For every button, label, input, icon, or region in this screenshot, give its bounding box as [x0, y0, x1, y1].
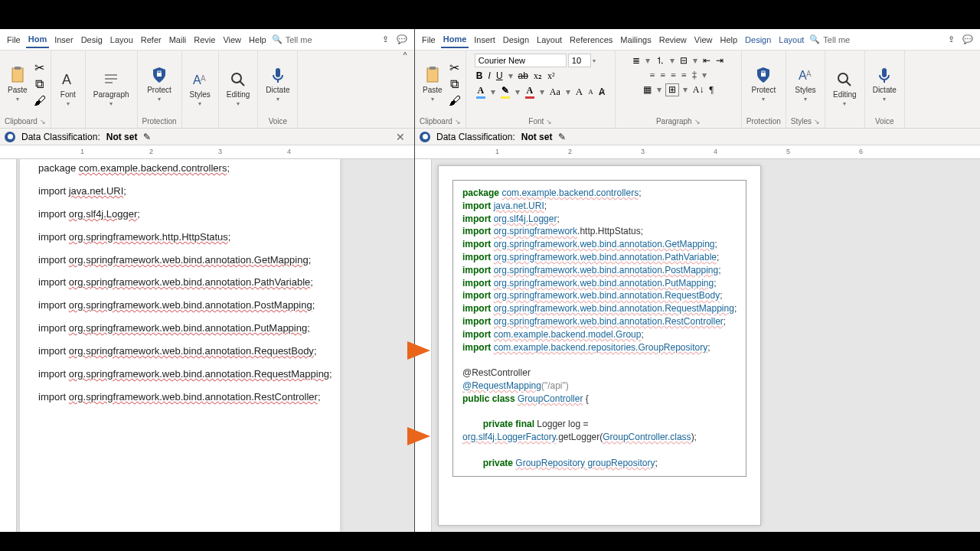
highlight-button[interactable]: ✎: [499, 85, 511, 99]
tab-mailings[interactable]: Maili: [167, 32, 189, 47]
horizontal-ruler-left[interactable]: 1234: [0, 145, 414, 159]
tab-help[interactable]: Help: [247, 32, 269, 47]
tab-layout[interactable]: Layou: [108, 32, 136, 47]
tab-file[interactable]: File: [420, 32, 438, 47]
tab-mailings[interactable]: Mailings: [618, 32, 653, 47]
copy-icon[interactable]: ⧉: [34, 78, 46, 90]
tab-references[interactable]: References: [567, 32, 615, 47]
paste-button[interactable]: Paste▾: [5, 64, 31, 104]
group-clipboard-label: Clipboard: [420, 117, 452, 126]
tab-references[interactable]: Refer: [139, 32, 164, 47]
justify-button[interactable]: ≡: [680, 70, 688, 81]
clipboard-launcher-icon[interactable]: ↘: [40, 118, 46, 126]
tell-me[interactable]: Tell me: [823, 35, 850, 44]
line-spacing-button[interactable]: ‡: [691, 70, 698, 81]
bold-button[interactable]: B: [475, 70, 485, 82]
tab-file[interactable]: File: [5, 32, 23, 47]
format-painter-icon[interactable]: 🖌: [449, 95, 461, 107]
font-launcher-icon[interactable]: ↘: [546, 118, 552, 126]
tell-me[interactable]: Tell me: [286, 35, 312, 44]
font-dropdown-icon[interactable]: ▾: [593, 57, 596, 64]
underline-button[interactable]: U: [495, 70, 505, 82]
numbering-button[interactable]: ⒈: [654, 54, 666, 67]
strikethrough-button[interactable]: ab: [517, 70, 530, 82]
vertical-ruler-left[interactable]: [0, 159, 17, 532]
protect-button[interactable]: Protect▾: [748, 64, 779, 104]
editing-button[interactable]: Editing▾: [224, 69, 253, 109]
group-protection-label: Protection: [746, 117, 781, 126]
multilevel-button[interactable]: ⊟: [678, 55, 689, 67]
copy-icon[interactable]: ⧉: [449, 78, 461, 90]
collapse-ribbon-icon[interactable]: ˄: [396, 51, 414, 128]
decrease-indent-button[interactable]: ⇤: [701, 55, 712, 67]
data-classification-bar-right: Data Classification: Not set ✎: [415, 129, 980, 145]
tab-review[interactable]: Review: [657, 32, 689, 47]
tab-review[interactable]: Revie: [191, 32, 217, 47]
clipboard-launcher-icon[interactable]: ↘: [455, 118, 461, 126]
cut-icon[interactable]: ✂: [449, 61, 461, 73]
share-icon[interactable]: ⇪: [946, 31, 957, 47]
classification-value[interactable]: Not set: [521, 132, 553, 142]
font-color-button[interactable]: A: [524, 85, 536, 99]
styles-button[interactable]: AA Styles▾: [792, 64, 818, 104]
edit-classification-icon[interactable]: ✎: [143, 132, 151, 142]
bullets-button[interactable]: ≣: [631, 55, 642, 67]
font-button[interactable]: A Font▾: [56, 69, 80, 109]
tab-help[interactable]: Help: [717, 32, 740, 47]
document-page-right[interactable]: package com.example.backend.controllers;…: [438, 165, 761, 526]
tab-design[interactable]: Design: [501, 32, 531, 47]
text-effects-button[interactable]: A: [475, 85, 487, 99]
document-area-right[interactable]: package com.example.backend.controllers;…: [415, 159, 980, 532]
superscript-button[interactable]: x²: [546, 70, 557, 82]
comments-icon[interactable]: 💬: [394, 31, 410, 47]
tab-view[interactable]: View: [692, 32, 715, 47]
styles-button[interactable]: AA Styles▾: [187, 69, 214, 109]
search-icon[interactable]: 🔍: [272, 34, 283, 44]
search-icon[interactable]: 🔍: [809, 34, 820, 44]
protect-button[interactable]: Protect▾: [144, 64, 175, 104]
format-painter-icon[interactable]: 🖌: [34, 95, 46, 107]
styles-launcher-icon[interactable]: ↘: [814, 118, 820, 126]
tab-insert[interactable]: Insert: [472, 32, 498, 47]
paragraph-button[interactable]: Paragraph▾: [90, 69, 132, 109]
font-name-select[interactable]: [475, 54, 567, 67]
italic-button[interactable]: I: [487, 70, 492, 82]
tab-home[interactable]: Hom: [26, 31, 49, 48]
show-marks-button[interactable]: ¶: [707, 84, 714, 96]
cut-icon[interactable]: ✂: [34, 61, 46, 73]
classification-value[interactable]: Not set: [106, 132, 138, 142]
dictate-button[interactable]: Dictate▾: [870, 64, 900, 104]
edit-classification-icon[interactable]: ✎: [558, 132, 566, 142]
paste-button[interactable]: Paste▾: [420, 64, 446, 104]
tab-table-design[interactable]: Design: [743, 32, 773, 47]
close-classification-icon[interactable]: ✕: [391, 131, 410, 143]
font-size-select[interactable]: [568, 54, 591, 67]
grow-font-button[interactable]: A: [574, 86, 584, 98]
dictate-button[interactable]: Dictate▾: [263, 64, 292, 104]
tab-table-layout[interactable]: Layout: [776, 32, 806, 47]
tab-design[interactable]: Desig: [79, 32, 105, 47]
comments-icon[interactable]: 💬: [960, 31, 975, 47]
change-case-button[interactable]: Aa: [548, 86, 562, 98]
tab-insert[interactable]: Inser: [52, 32, 75, 47]
sort-button[interactable]: A↓: [691, 84, 706, 96]
document-area-left[interactable]: package com.example.backend.controllers;…: [0, 159, 414, 532]
shrink-font-button[interactable]: A: [586, 88, 595, 96]
tab-layout[interactable]: Layout: [534, 32, 564, 47]
increase-indent-button[interactable]: ⇥: [714, 55, 725, 67]
horizontal-ruler-right[interactable]: 123456: [415, 145, 980, 159]
paragraph-launcher-icon[interactable]: ↘: [694, 118, 701, 126]
ribbon-right: Paste▾ ✂ ⧉ 🖌 Clipboard↘ ▾: [415, 51, 980, 129]
subscript-button[interactable]: x₂: [532, 70, 544, 82]
shading-button[interactable]: ▦: [642, 84, 653, 96]
tab-view[interactable]: View: [220, 32, 243, 47]
editing-button[interactable]: Editing▾: [830, 69, 860, 109]
align-right-button[interactable]: ≡: [669, 70, 678, 81]
tab-home[interactable]: Home: [441, 31, 469, 48]
borders-button[interactable]: ⊞: [665, 83, 679, 96]
align-center-button[interactable]: ≡: [659, 70, 668, 81]
document-page-left[interactable]: package com.example.backend.controllers;…: [20, 159, 340, 532]
align-left-button[interactable]: ≡: [648, 70, 657, 81]
clear-formatting-button[interactable]: A̷: [597, 86, 606, 98]
share-icon[interactable]: ⇪: [380, 31, 391, 47]
